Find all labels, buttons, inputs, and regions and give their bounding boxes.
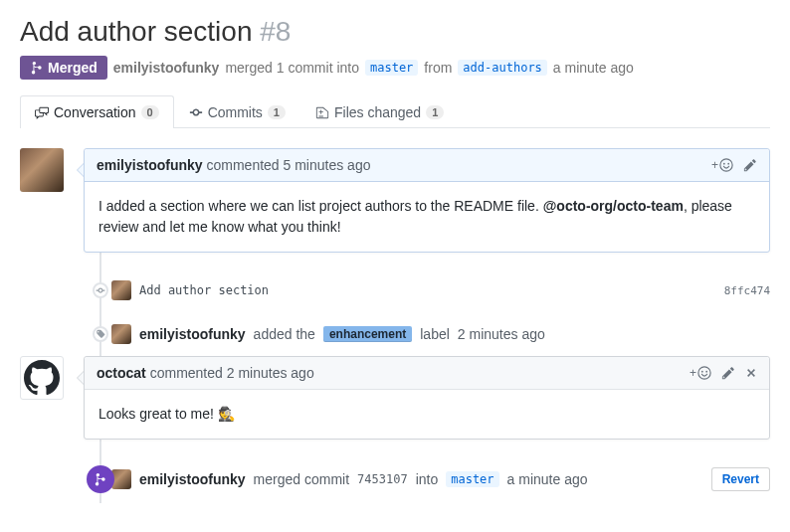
- git-commit-icon: [96, 285, 105, 295]
- tab-commits-count: 1: [268, 105, 286, 119]
- label-event-post: label: [420, 326, 450, 342]
- merged-sha[interactable]: 7453107: [357, 472, 408, 486]
- merged-action-pre: merged commit: [254, 471, 349, 487]
- pencil-icon: [743, 158, 757, 172]
- comment-verb: commented: [150, 365, 223, 381]
- comment-timestamp[interactable]: 2 minutes ago: [227, 365, 314, 381]
- merged-into-word: into: [416, 471, 439, 487]
- avatar-small[interactable]: [111, 469, 131, 489]
- comment-header-text: octocat commented 2 minutes ago: [97, 365, 314, 381]
- git-commit-icon: [189, 105, 203, 119]
- comment-header: emilyistoofunky commented 5 minutes ago …: [85, 149, 769, 182]
- comment-body-text: Looks great to me!: [99, 406, 218, 422]
- revert-button[interactable]: Revert: [711, 467, 770, 491]
- base-branch[interactable]: master: [365, 60, 418, 76]
- merged-target-branch[interactable]: master: [446, 471, 498, 487]
- tab-files-label: Files changed: [334, 104, 421, 120]
- tab-conversation[interactable]: Conversation 0: [20, 95, 174, 128]
- mention[interactable]: @octo-org/octo-team: [543, 198, 684, 214]
- svg-point-5: [705, 371, 707, 373]
- svg-point-2: [727, 163, 729, 165]
- svg-point-0: [720, 159, 732, 171]
- state-badge-merged: Merged: [20, 56, 107, 80]
- tag-icon: [96, 329, 105, 339]
- comment-body-pre: I added a section where we can list proj…: [99, 198, 543, 214]
- avatar-small[interactable]: [111, 280, 131, 300]
- commit-badge: [93, 282, 108, 298]
- smiley-icon: [697, 366, 711, 380]
- tab-conversation-label: Conversation: [54, 104, 136, 120]
- add-reaction-button[interactable]: +: [690, 366, 711, 380]
- tag-badge: [93, 326, 108, 342]
- pr-title-text: Add author section: [20, 16, 253, 47]
- tab-files[interactable]: Files changed 1: [300, 95, 459, 128]
- comment-timestamp[interactable]: 5 minutes ago: [284, 157, 371, 173]
- comment-actions: +: [711, 158, 757, 172]
- add-reaction-button[interactable]: +: [711, 158, 733, 172]
- avatar[interactable]: [20, 356, 64, 400]
- timeline: emilyistoofunky commented 5 minutes ago …: [20, 148, 770, 503]
- comment-body: I added a section where we can list proj…: [85, 182, 769, 252]
- edit-button[interactable]: [743, 158, 757, 172]
- label-event-timestamp[interactable]: 2 minutes ago: [458, 326, 545, 342]
- caret-icon: [77, 371, 84, 385]
- pencil-icon: [721, 366, 735, 380]
- pr-title: Add author section #8: [20, 16, 770, 48]
- state-label: Merged: [48, 60, 98, 76]
- caret-icon: [77, 163, 84, 177]
- svg-point-4: [701, 371, 703, 373]
- tab-conversation-count: 0: [141, 105, 159, 119]
- comment-box: octocat commented 2 minutes ago + Looks …: [84, 356, 770, 440]
- svg-point-1: [723, 163, 725, 165]
- tab-commits[interactable]: Commits 1: [174, 95, 300, 128]
- x-icon: [745, 367, 757, 379]
- comment-box: emilyistoofunky commented 5 minutes ago …: [84, 148, 770, 253]
- meta-from-word: from: [424, 60, 452, 76]
- timeline-commit-event: Add author section 8ffc474: [84, 268, 770, 312]
- commit-message[interactable]: Add author section: [139, 283, 269, 297]
- meta-timestamp: a minute ago: [553, 60, 634, 76]
- commit-sha[interactable]: 8ffc474: [724, 284, 770, 297]
- merged-badge: [87, 465, 114, 493]
- edit-button[interactable]: [721, 366, 735, 380]
- comment-header: octocat commented 2 minutes ago +: [85, 357, 769, 390]
- tabnav: Conversation 0 Commits 1 Files changed 1: [20, 95, 770, 128]
- comment-author[interactable]: emilyistoofunky: [97, 157, 203, 173]
- tab-commits-label: Commits: [208, 104, 263, 120]
- octocat-icon: [24, 360, 60, 396]
- merged-timestamp[interactable]: a minute ago: [507, 471, 588, 487]
- pr-title-row: Add author section #8: [20, 16, 770, 48]
- comment-verb: commented: [206, 157, 279, 173]
- comment-actions: +: [690, 366, 757, 380]
- meta-action-text: merged 1 commit into: [225, 60, 359, 76]
- label-enhancement[interactable]: enhancement: [323, 326, 412, 342]
- comment-header-text: emilyistoofunky commented 5 minutes ago: [97, 157, 370, 173]
- merged-actor[interactable]: emilyistoofunky: [139, 471, 246, 487]
- avatar-small[interactable]: [111, 324, 131, 344]
- label-event-pre: added the: [254, 326, 315, 342]
- meta-actor[interactable]: emilyistoofunky: [113, 60, 220, 76]
- svg-point-3: [698, 367, 710, 379]
- timeline-label-event: emilyistoofunky added the enhancement la…: [84, 312, 770, 356]
- file-diff-icon: [315, 105, 329, 119]
- merge-icon: [30, 61, 44, 75]
- avatar[interactable]: [20, 148, 64, 192]
- comment-block: emilyistoofunky commented 5 minutes ago …: [84, 148, 770, 253]
- delete-button[interactable]: [745, 367, 757, 379]
- pr-meta-row: Merged emilyistoofunky merged 1 commit i…: [20, 56, 770, 80]
- comment-discussion-icon: [35, 105, 49, 119]
- comment-emoji: 🕵️: [218, 406, 235, 422]
- comment-body: Looks great to me! 🕵️: [85, 390, 769, 439]
- head-branch[interactable]: add-authors: [458, 60, 546, 76]
- tab-files-count: 1: [426, 105, 444, 119]
- comment-block: octocat commented 2 minutes ago + Looks …: [84, 356, 770, 440]
- pr-number: #8: [260, 16, 291, 47]
- label-event-actor[interactable]: emilyistoofunky: [139, 326, 246, 342]
- git-merge-icon: [94, 472, 107, 486]
- comment-author[interactable]: octocat: [97, 365, 146, 381]
- timeline-merged-event: emilyistoofunky merged commit 7453107 in…: [84, 455, 770, 503]
- smiley-icon: [719, 158, 733, 172]
